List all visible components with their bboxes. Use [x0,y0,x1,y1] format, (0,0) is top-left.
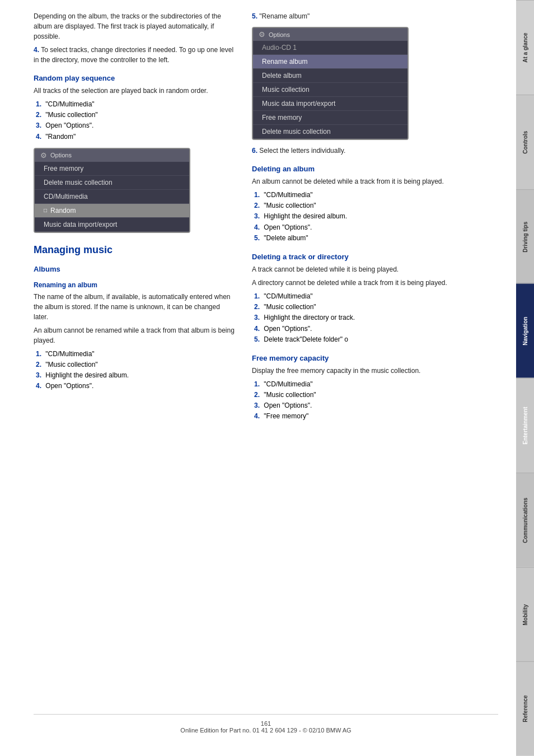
step4-text: To select tracks, change directories if … [34,46,233,64]
step-text: "Music collection" [45,361,97,368]
step-text: "Free memory" [264,412,308,420]
step4-paragraph: 4. To select tracks, change directories … [34,45,235,65]
step-num: 4. [36,133,41,141]
ui-menu-music-import: Music data import/export [35,218,189,232]
ui-menu-audio-cd: Audio-CD 1 [253,41,407,55]
list-item: 1. "CD/Multimedia" [252,190,498,200]
renaming-steps: 1. "CD/Multimedia" 2. "Music collection"… [34,349,235,392]
tab-mobility[interactable]: Mobility [516,567,534,662]
list-item: 4. Open "Options". [252,324,498,334]
list-item: 3. Highlight the desired album. [34,370,235,381]
deleting-album-heading: Deleting an album [252,165,498,173]
free-memory-heading: Free memory capacity [252,354,498,362]
list-item: 2. "Music collection" [34,360,235,370]
step-num: 4. [254,223,260,231]
list-item: 1. "CD/Multimedia" [252,379,498,390]
gear-icon: ⚙ [40,151,47,160]
tab-communications[interactable]: Communications [516,473,534,567]
step-text: Open "Options". [264,223,312,231]
ui-menu-delete-album: Delete album [253,69,407,83]
step4-num: 4. [34,46,39,54]
step-num: 1. [36,350,41,358]
step-text: Highlight the desired album. [264,212,347,220]
step-num: 1. [254,380,260,388]
footer-note: Online Edition for Part no. 01 41 2 604 … [34,727,498,734]
ui-menu-music-import-export: Music data import/export [253,97,407,111]
list-item: 5. "Delete album" [252,233,498,244]
rename-ui-title: Options [269,31,290,38]
step-num: 4. [36,382,41,390]
ui-menu-free-memory-r: Free memory [253,111,407,125]
tab-at-a-glance[interactable]: At a glance [516,0,534,95]
step-text: "CD/Multimedia" [264,292,312,300]
deleting-track-steps: 1. "CD/Multimedia" 2. "Music collection"… [252,291,498,345]
list-item: 4. Open "Options". [252,222,498,233]
ui-menu-delete-collection: Delete music collection [253,125,407,139]
tab-entertainment[interactable]: Entertainment [516,378,534,473]
step-num: 3. [254,314,260,321]
step-text: "Music collection" [264,303,316,311]
step-num: 3. [254,212,260,220]
tab-navigation[interactable]: Navigation [516,283,534,378]
step-text: "Random" [45,133,76,141]
step-num: 1. [36,100,41,108]
tab-controls[interactable]: Controls [516,95,534,189]
step-text: "CD/Multimedia" [264,380,312,388]
step-num: 2. [254,202,260,209]
page-footer: 161 Online Edition for Part no. 01 41 2 … [34,714,498,734]
rename-ui-screenshot: ⚙ Options Audio-CD 1 Rename album Delete… [252,27,409,140]
step-num: 2. [254,391,260,399]
ui-title: Options [50,152,72,158]
list-item: 4. Open "Options". [34,381,235,391]
step-text: Delete track"Delete folder" o [264,335,348,343]
step-text: Highlight the directory or track. [264,314,355,321]
step-text: "CD/Multimedia" [264,191,312,199]
list-item: 2. "Music collection" [34,110,235,120]
list-item: 1. "CD/Multimedia" [34,99,235,110]
step-num: 2. [36,361,41,368]
random-play-heading: Random play sequence [34,74,235,82]
rename-ui-title-bar: ⚙ Options [253,28,407,41]
sidebar-tabs: At a glance Controls Driving tips Naviga… [516,0,534,756]
step-text: Open "Options". [264,402,312,409]
step6-num: 6. [252,147,257,155]
deleting-album-steps: 1. "CD/Multimedia" 2. "Music collection"… [252,190,498,244]
step5-text: "Rename album" [259,12,310,20]
step-num: 4. [254,325,260,333]
step-num: 1. [254,191,260,199]
random-play-steps: 1. "CD/Multimedia" 2. "Music collection"… [34,99,235,142]
list-item: 3. Open "Options". [34,120,235,131]
list-item: 1. "CD/Multimedia" [34,349,235,360]
gear-icon: ⚙ [259,30,265,39]
ui-menu-free-memory: Free memory [35,162,189,176]
renaming-para2: An album cannot be renamed while a track… [34,325,235,346]
step5-num: 5. [252,12,257,20]
step6-para: 6. Select the letters individually. [252,146,498,156]
random-play-para: All tracks of the selection are played b… [34,86,235,96]
deleting-track-para1: A track cannot be deleted while it is be… [252,264,498,274]
ui-menu-delete-music: Delete music collection [35,176,189,190]
step-text: "Music collection" [264,391,316,399]
tab-reference[interactable]: Reference [516,661,534,756]
list-item: 3. Highlight the directory or track. [252,312,498,323]
step-num: 3. [254,402,260,409]
list-item: 2. "Music collection" [252,200,498,211]
step-num: 3. [36,122,41,129]
deleting-track-heading: Deleting a track or directory [252,253,498,261]
tab-driving-tips[interactable]: Driving tips [516,189,534,284]
albums-heading: Albums [34,265,235,273]
step-text: Open "Options". [45,382,93,390]
ui-menu-random: Random [35,204,189,218]
deleting-track-para2: A directory cannot be deleted while a tr… [252,278,498,288]
list-item: 4. "Free memory" [252,411,498,422]
list-item: 5. Delete track"Delete folder" o [252,334,498,345]
step-text: Highlight the desired album. [45,371,129,379]
ui-menu-cd-multimedia: CD/Multimedia [35,190,189,204]
step-text: "CD/Multimedia" [45,100,94,108]
list-item: 2. "Music collection" [252,390,498,400]
step5-rename: 5. "Rename album" [252,11,498,21]
step-text: "CD/Multimedia" [45,350,94,358]
step-text: Open "Options". [264,325,312,333]
step-num: 5. [254,335,260,343]
deleting-album-para: An album cannot be deleted while a track… [252,176,498,186]
